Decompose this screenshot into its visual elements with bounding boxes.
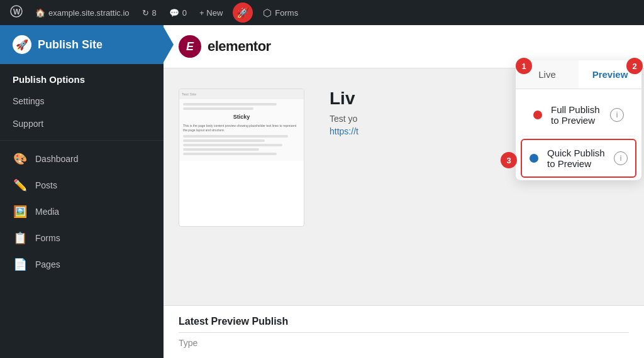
forms-item[interactable]: ⬡ Forms — [258, 0, 303, 25]
sidebar-item-posts[interactable]: ✏️ Posts — [0, 172, 164, 198]
site-url-item[interactable]: 🏠 example.site.strattic.io — [30, 0, 135, 25]
quick-publish-dot — [530, 154, 538, 163]
new-item[interactable]: + New — [194, 0, 228, 25]
svg-text:W: W — [13, 8, 21, 16]
sync-item[interactable]: ↻ 8 — [137, 0, 162, 25]
media-label: Media — [35, 207, 59, 217]
thumb-content: Sticky This is the page body content pre… — [179, 99, 304, 161]
preview-thumbnail: Test Site Sticky This is the page body c… — [179, 89, 304, 227]
sidebar: 🚀 Publish Site Publish Options Settings … — [0, 25, 164, 358]
elementor-text: elementor — [208, 38, 271, 55]
badge-1: 1 — [516, 58, 532, 74]
posts-icon: ✏️ — [13, 178, 28, 192]
dashboard-icon: 🎨 — [13, 152, 28, 166]
settings-label: Settings — [13, 96, 45, 106]
publish-options-section: Publish Options — [0, 64, 164, 90]
quick-publish-label: Quick Publish to Preview — [547, 148, 605, 169]
home-icon: 🏠 — [35, 8, 45, 18]
sidebar-item-media[interactable]: 🖼️ Media — [0, 198, 164, 225]
pages-icon: 📄 — [13, 258, 28, 271]
site-url-text: example.site.strattic.io — [48, 8, 130, 18]
publish-site-rocket-icon: 🚀 — [13, 35, 31, 54]
thumb-header: Test Site — [179, 89, 304, 99]
dashboard-label: Dashboard — [35, 154, 79, 164]
full-publish-dot — [533, 111, 542, 119]
thumb-site-name: Test Site — [182, 92, 196, 96]
latest-preview-label: Latest Preview Publish — [179, 316, 629, 327]
bottom-divider — [179, 332, 629, 333]
sidebar-publish-site[interactable]: 🚀 Publish Site — [0, 25, 164, 64]
thumb-title: Sticky — [183, 114, 300, 120]
admin-bar: W 🏠 example.site.strattic.io ↻ 8 💬 0 + N… — [0, 0, 644, 25]
comment-count: 0 — [182, 8, 187, 18]
quick-publish-info-icon[interactable]: i — [614, 151, 628, 165]
type-label: Type — [179, 338, 629, 348]
publish-site-label: Publish Site — [38, 38, 103, 52]
strattic-icon: ⬡ — [263, 7, 272, 19]
sidebar-item-pages[interactable]: 📄 Pages — [0, 251, 164, 278]
full-publish-info-icon[interactable]: i — [610, 108, 624, 122]
forms-label: Forms — [275, 8, 298, 18]
full-publish-label: Full Publish to Preview — [551, 104, 601, 126]
publish-panel: Live Preview Full Publish to Preview i Q… — [516, 60, 641, 180]
elementor-e-icon: E — [179, 35, 201, 58]
comment-icon: 💬 — [169, 8, 179, 18]
sidebar-item-dashboard[interactable]: 🎨 Dashboard — [0, 146, 164, 172]
media-icon: 🖼️ — [13, 205, 28, 219]
main-layout: 🚀 Publish Site Publish Options Settings … — [0, 25, 644, 358]
elementor-logo: E elementor — [179, 35, 271, 58]
support-label: Support — [13, 119, 43, 129]
sync-icon: ↻ — [142, 8, 149, 18]
rocket-button[interactable]: 🚀 — [233, 3, 253, 23]
sidebar-item-forms[interactable]: 📋 Forms — [0, 225, 164, 251]
posts-label: Posts — [35, 180, 57, 190]
thumb-body: This is the page body content preview sh… — [183, 124, 300, 133]
sidebar-item-settings[interactable]: Settings — [0, 90, 164, 112]
forms-nav-label: Forms — [35, 233, 60, 243]
forms-nav-icon: 📋 — [13, 231, 28, 245]
main-content: E elementor 1 2 Live Preview — [164, 25, 644, 358]
panel-tabs: Live Preview — [516, 60, 641, 89]
full-publish-option[interactable]: Full Publish to Preview i — [521, 94, 636, 136]
bottom-section: Latest Preview Publish Type — [164, 305, 644, 358]
badge-2: 2 — [626, 58, 643, 74]
badge-3: 3 — [501, 152, 517, 168]
pages-label: Pages — [35, 259, 60, 269]
sidebar-item-support[interactable]: Support — [0, 112, 164, 135]
sidebar-divider — [0, 140, 164, 141]
wp-logo-icon[interactable]: W — [5, 5, 28, 21]
sync-count: 8 — [152, 8, 157, 18]
quick-publish-option[interactable]: Quick Publish to Preview i — [521, 139, 636, 178]
comment-item[interactable]: 💬 0 — [164, 0, 192, 25]
new-label: + New — [199, 8, 223, 18]
